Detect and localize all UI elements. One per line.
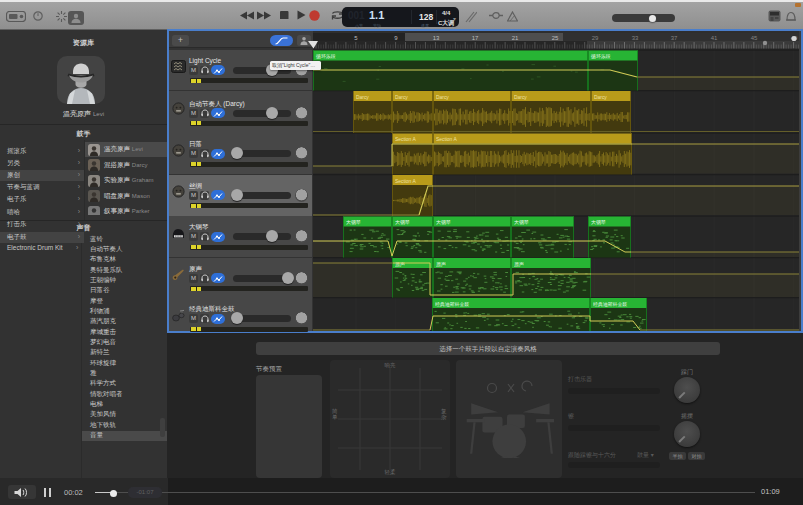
svg-text:大钢琴: 大钢琴	[514, 219, 529, 225]
svg-text:Section A: Section A	[436, 137, 457, 142]
svg-text:大钢琴: 大钢琴	[591, 219, 606, 225]
svg-text:Darcy: Darcy	[594, 95, 607, 100]
svg-text:经典迪斯科全鼓: 经典迪斯科全鼓	[593, 301, 627, 307]
svg-text:大钢琴: 大钢琴	[395, 219, 410, 225]
svg-text:原声: 原声	[436, 261, 446, 267]
svg-text:Section A: Section A	[395, 179, 416, 184]
svg-text:Darcy: Darcy	[436, 95, 449, 100]
svg-text:循环乐段: 循环乐段	[590, 53, 611, 60]
svg-text:循环乐段: 循环乐段	[315, 53, 336, 60]
svg-text:17: 17	[472, 35, 479, 41]
svg-text:Section A: Section A	[395, 137, 416, 142]
svg-text:Darcy: Darcy	[356, 95, 369, 100]
svg-text:13: 13	[433, 35, 440, 41]
svg-text:41: 41	[711, 35, 718, 41]
svg-text:大钢琴: 大钢琴	[346, 219, 361, 225]
svg-text:Darcy: Darcy	[514, 95, 527, 100]
svg-text:33: 33	[632, 35, 639, 41]
svg-text:21: 21	[512, 35, 519, 41]
svg-text:原声: 原声	[514, 261, 524, 267]
svg-text:Darcy: Darcy	[395, 95, 408, 100]
svg-text:25: 25	[552, 35, 559, 41]
svg-text:45: 45	[751, 35, 758, 41]
svg-text:29: 29	[592, 35, 599, 41]
svg-text:大钢琴: 大钢琴	[436, 219, 451, 225]
svg-text:经典迪斯科全鼓: 经典迪斯科全鼓	[435, 301, 469, 307]
svg-text:37: 37	[671, 35, 678, 41]
